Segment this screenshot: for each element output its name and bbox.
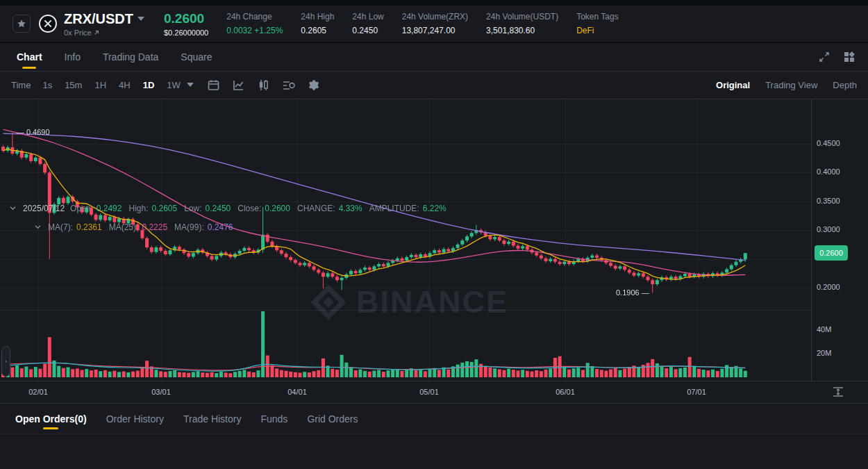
chart-area[interactable]: BINANCE 2025/07/12 Open:0.2492High:0.260… xyxy=(0,99,868,403)
interval-1w[interactable]: 1W xyxy=(162,78,185,92)
collapse-chevron-icon[interactable] xyxy=(10,206,16,211)
ohlc-item: AMPLITUDE:6.22% xyxy=(369,204,446,213)
ma-values: MA(7):0.2361MA(25):0.2225MA(99):0.2476 xyxy=(48,222,233,232)
ma-item: MA(7):0.2361 xyxy=(48,222,102,232)
time-label: Time xyxy=(11,80,31,90)
annotation-dash: — xyxy=(17,128,26,136)
tab-info[interactable]: Info xyxy=(59,43,86,71)
orders-tab-order-history[interactable]: Order History xyxy=(102,404,168,434)
max-price-annotation: — 0.4690 xyxy=(17,128,50,136)
ticker-stat: 24h Low0.2450 xyxy=(352,12,383,35)
ma-item-value: 0.2225 xyxy=(142,222,167,232)
binance-spot-trading-page: ZRX/USDT 0x Price 0.2600 $0.26000000 24h… xyxy=(0,0,868,469)
annotation-dash: — xyxy=(640,288,649,297)
calendar-icon[interactable] xyxy=(208,79,220,92)
time-tick: 03/01 xyxy=(151,388,171,396)
pair-name: ZRX/USDT xyxy=(64,11,133,27)
volume-tick: 40M xyxy=(817,325,831,334)
ohlc-item-value: 6.22% xyxy=(423,204,446,213)
ticker-stat: 24h High0.2605 xyxy=(301,12,334,35)
time-tick: 02/01 xyxy=(28,388,48,396)
ohlc-legend: 2025/07/12 Open:0.2492High:0.2605Low:0.2… xyxy=(10,204,446,213)
interval-1s[interactable]: 1s xyxy=(37,78,57,92)
candlestick-chart-canvas[interactable] xyxy=(0,99,811,381)
stat-label: 24h Volume(ZRX) xyxy=(402,12,468,22)
orders-tab-trade-history[interactable]: Trade History xyxy=(179,404,246,434)
panel-expander-button[interactable]: › xyxy=(1,346,10,377)
stat-value: DeFi xyxy=(576,26,619,35)
orders-tab-funds[interactable]: Funds xyxy=(256,404,292,434)
orders-tabs: Open Orders(0)Order HistoryTrade History… xyxy=(0,404,868,434)
chart-tool-icons xyxy=(208,79,320,92)
min-price-annotation: 0.1906 — xyxy=(616,288,649,297)
mode-depth[interactable]: Depth xyxy=(833,80,857,90)
expand-icon[interactable] xyxy=(818,51,831,63)
line-chart-icon[interactable] xyxy=(233,79,245,92)
fiat-price: $0.26000000 xyxy=(164,28,208,37)
price-tick: 0.2000 xyxy=(817,283,840,291)
stat-label: 24h Volume(USDT) xyxy=(486,12,558,22)
ohlc-item-value: 0.2450 xyxy=(206,204,231,213)
ticker-stat: 24h Volume(ZRX)13,807,247.00 xyxy=(402,12,468,35)
interval-15m[interactable]: 15m xyxy=(60,78,87,92)
pair-selector[interactable]: ZRX/USDT xyxy=(64,11,144,27)
stat-value: 0.0032 +1.25% xyxy=(226,26,283,35)
time-axis[interactable]: 02/0103/0104/0105/0106/0107/01 xyxy=(0,381,868,403)
indicators-icon[interactable] xyxy=(283,79,295,92)
orders-tab-open-orders-[interactable]: Open Orders(0) xyxy=(11,404,91,434)
tab-square[interactable]: Square xyxy=(175,43,217,71)
ma-item-label: MA(25): xyxy=(109,222,139,232)
tabbar-icons xyxy=(818,51,856,63)
stat-label: 24h Low xyxy=(352,12,383,22)
token-price-link[interactable]: 0x Price xyxy=(64,28,144,37)
layout-grid-icon[interactable] xyxy=(843,51,856,63)
ohlc-item: Open:0.2492 xyxy=(70,204,122,213)
gear-icon[interactable] xyxy=(308,79,320,92)
mode-original[interactable]: Original xyxy=(716,80,750,90)
ohlc-item-label: High: xyxy=(128,204,148,213)
ohlc-item: CHANGE:4.33% xyxy=(297,204,362,213)
volume-tick: 20M xyxy=(817,349,831,357)
interval-buttons: 1s15m1H4H1D1W xyxy=(37,78,185,92)
ohlc-item-label: Open: xyxy=(70,204,93,213)
ohlc-date: 2025/07/12 xyxy=(23,204,65,213)
mode-trading-view[interactable]: Trading View xyxy=(765,80,817,90)
interval-dropdown-caret-icon[interactable] xyxy=(187,83,194,88)
ohlc-item-label: Low: xyxy=(184,204,201,213)
price-tick: 0.4500 xyxy=(817,139,840,147)
chart-mode-switch: OriginalTrading ViewDepth xyxy=(716,80,857,90)
page-tabs: ChartInfoTrading DataSquare xyxy=(0,43,868,72)
auto-fit-icon[interactable] xyxy=(832,386,844,397)
ma-item-value: 0.2361 xyxy=(76,222,102,232)
ohlc-item-value: 0.2605 xyxy=(151,204,177,213)
ohlc-item-label: Close: xyxy=(237,204,261,213)
time-tick: 04/01 xyxy=(287,388,307,396)
ohlc-item-label: AMPLITUDE: xyxy=(369,204,419,213)
ticker-stat: 24h Volume(USDT)3,501,830.60 xyxy=(486,12,558,35)
favorite-button[interactable] xyxy=(12,15,31,33)
token-price-label: 0x Price xyxy=(64,28,92,37)
tab-chart[interactable]: Chart xyxy=(11,43,48,71)
ticker-stats: 24h Change0.0032 +1.25%24h High0.260524h… xyxy=(226,12,618,35)
time-tick: 07/01 xyxy=(687,388,706,396)
ohlc-item: Close:0.2600 xyxy=(237,204,290,213)
orders-tab-grid-orders[interactable]: Grid Orders xyxy=(303,404,362,434)
stat-label: 24h High xyxy=(301,12,334,22)
collapse-chevron-icon[interactable] xyxy=(35,225,41,229)
stat-value: 0.2450 xyxy=(352,26,383,35)
price-tick: 0.3500 xyxy=(817,197,840,205)
star-icon xyxy=(17,19,26,28)
chevron-right-icon: › xyxy=(5,358,7,365)
tab-trading-data[interactable]: Trading Data xyxy=(97,43,164,71)
ohlc-item: Low:0.2450 xyxy=(184,204,231,213)
ohlc-item: High:0.2605 xyxy=(128,204,177,213)
interval-4h[interactable]: 4H xyxy=(114,78,135,92)
price-tick: 0.3000 xyxy=(817,225,840,233)
interval-1h[interactable]: 1H xyxy=(90,78,111,92)
last-price: 0.2600 xyxy=(164,11,208,26)
stat-value: 3,501,830.60 xyxy=(486,26,558,35)
interval-1d[interactable]: 1D xyxy=(138,78,160,92)
candlestick-icon[interactable] xyxy=(258,79,270,92)
price-axis[interactable]: 0.45000.40000.35000.30000.2000 0.2600 40… xyxy=(811,99,868,381)
stat-value: 13,807,247.00 xyxy=(402,26,468,35)
